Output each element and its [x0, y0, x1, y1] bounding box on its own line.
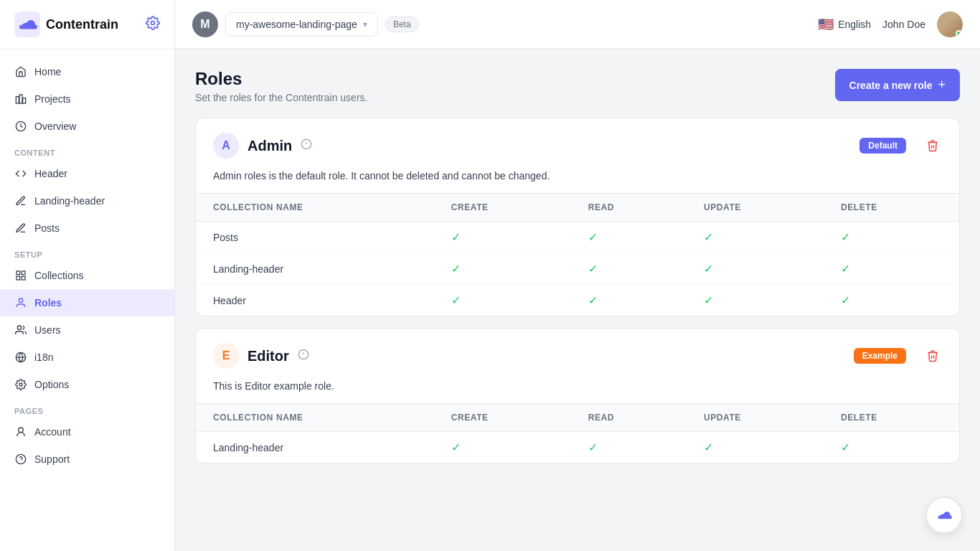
sidebar-nav: Home Projects Overview CONTENT Header	[0, 50, 174, 551]
sidebar-item-label: i18n	[34, 352, 53, 363]
beta-badge: Beta	[385, 17, 419, 32]
sidebar-item-label: Landing-header	[34, 195, 105, 207]
sidebar-item-overview[interactable]: Overview	[0, 113, 174, 140]
support-icon	[14, 453, 27, 466]
sidebar-item-label: Account	[34, 426, 71, 438]
table-row: Posts ✓ ✓ ✓ ✓	[196, 222, 959, 253]
header-icon	[14, 167, 27, 180]
check-icon: ✓	[704, 441, 713, 453]
user-name: John Doe	[882, 19, 925, 30]
users-icon	[14, 324, 27, 336]
lang-label: English	[838, 19, 871, 30]
check-icon: ✓	[841, 294, 850, 306]
logo-text: Contentrain	[46, 17, 118, 32]
check-icon: ✓	[588, 294, 598, 306]
sidebar-item-support[interactable]: Support	[0, 446, 174, 473]
check-icon: ✓	[588, 441, 598, 453]
update-cell: ✓	[687, 253, 824, 285]
permissions-table-editor: COLLECTION NAME CREATE READ UPDATE DELET…	[196, 403, 959, 463]
svg-rect-4	[23, 98, 26, 103]
create-cell: ✓	[434, 432, 571, 463]
sidebar-item-label: Overview	[34, 121, 76, 132]
col-collection-name: COLLECTION NAME	[196, 194, 434, 222]
posts-icon	[14, 222, 27, 235]
delete-cell: ✓	[824, 285, 959, 316]
sidebar: Contentrain Home Projects Overview	[0, 0, 175, 551]
read-cell: ✓	[571, 253, 687, 285]
info-icon-admin[interactable]	[301, 138, 312, 153]
col-create: CREATE	[434, 194, 571, 222]
account-icon	[14, 425, 27, 438]
delete-cell: ✓	[824, 253, 959, 285]
sidebar-item-roles[interactable]: Roles	[0, 289, 174, 316]
avatar[interactable]	[937, 11, 963, 37]
sidebar-item-posts[interactable]: Posts	[0, 215, 174, 242]
role-avatar-admin: A	[213, 133, 239, 159]
sidebar-item-options[interactable]: Options	[0, 371, 174, 398]
sidebar-item-label: Collections	[34, 270, 83, 281]
role-description-admin: Admin roles is the default role. It cann…	[196, 170, 959, 193]
check-icon: ✓	[451, 441, 461, 453]
sidebar-logo: Contentrain	[0, 0, 174, 50]
sidebar-item-home[interactable]: Home	[0, 58, 174, 85]
sidebar-item-label: Home	[34, 66, 61, 77]
online-indicator	[956, 30, 962, 37]
table-row: Header ✓ ✓ ✓ ✓	[196, 285, 959, 316]
landing-header-icon	[14, 194, 27, 207]
sidebar-item-i18n[interactable]: i18n	[0, 344, 174, 371]
permissions-table-admin: COLLECTION NAME CREATE READ UPDATE DELET…	[196, 193, 959, 316]
projects-icon	[14, 93, 27, 105]
create-btn-label: Create a new role	[849, 80, 933, 91]
home-icon	[14, 65, 27, 78]
topbar-right: 🇺🇸 English John Doe	[818, 11, 963, 37]
col-delete: DELETE	[824, 404, 959, 432]
language-selector[interactable]: 🇺🇸 English	[818, 17, 871, 32]
update-cell: ✓	[687, 222, 824, 253]
collections-icon	[14, 269, 27, 282]
check-icon: ✓	[704, 294, 713, 306]
info-icon-editor[interactable]	[298, 349, 309, 363]
sidebar-item-label: Support	[34, 453, 70, 465]
col-read: READ	[571, 404, 687, 432]
table-row: Landing-header ✓ ✓ ✓ ✓	[196, 253, 959, 285]
check-icon: ✓	[704, 263, 713, 275]
read-cell: ✓	[571, 285, 687, 316]
sidebar-item-account[interactable]: Account	[0, 418, 174, 446]
role-badge-admin: Default	[859, 138, 906, 154]
collection-name-cell: Landing-header	[196, 253, 434, 285]
sidebar-item-collections[interactable]: Collections	[0, 262, 174, 289]
svg-point-1	[151, 22, 155, 25]
settings-icon[interactable]	[146, 16, 160, 33]
section-setup-label: SETUP	[0, 242, 174, 262]
role-name-admin: Admin	[248, 138, 292, 154]
page-title: Roles	[195, 69, 367, 89]
page-title-area: Roles Set the roles for the Contentrain …	[195, 69, 367, 103]
update-cell: ✓	[687, 432, 824, 463]
sidebar-item-landing-header[interactable]: Landing-header	[0, 187, 174, 215]
sidebar-item-header[interactable]: Header	[0, 160, 174, 187]
create-new-role-button[interactable]: Create a new role +	[835, 69, 960, 101]
help-fab-button[interactable]	[925, 496, 963, 534]
check-icon: ✓	[841, 441, 850, 453]
check-icon: ✓	[451, 294, 461, 306]
sidebar-item-projects[interactable]: Projects	[0, 85, 174, 113]
collection-name-cell: Posts	[196, 222, 434, 253]
sidebar-item-users[interactable]: Users	[0, 316, 174, 344]
read-cell: ✓	[571, 432, 687, 463]
page-subtitle: Set the roles for the Contentrain users.	[195, 92, 367, 103]
project-selector[interactable]: my-awesome-landing-page ▾	[225, 12, 378, 37]
check-icon: ✓	[841, 231, 850, 243]
logo-icon	[14, 11, 40, 37]
col-read: READ	[571, 194, 687, 222]
fab-logo-icon	[934, 505, 954, 525]
sidebar-item-label: Projects	[34, 93, 71, 105]
delete-role-editor-button[interactable]	[923, 347, 942, 365]
flag-icon: 🇺🇸	[818, 17, 834, 32]
update-cell: ✓	[687, 285, 824, 316]
create-cell: ✓	[434, 285, 571, 316]
role-name-editor: Editor	[248, 348, 289, 364]
role-description-editor: This is Editor example role.	[196, 380, 959, 403]
delete-cell: ✓	[824, 432, 959, 463]
delete-role-admin-button[interactable]	[923, 136, 942, 155]
check-icon: ✓	[451, 263, 461, 275]
